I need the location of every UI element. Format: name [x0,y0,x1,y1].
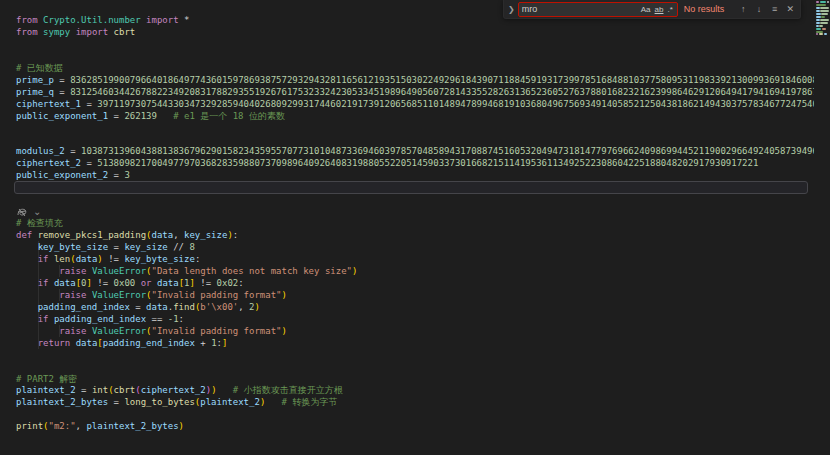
minimap-segment [820,22,828,24]
code-token: import [76,27,109,37]
code-token [265,397,281,407]
code-line[interactable]: public_exponent_1 = 262139 # e1 是一个 18 位… [16,110,285,122]
code-line[interactable]: if data[0] != 0x00 or data[1] != 0x02: [16,277,244,289]
whole-word-icon[interactable]: ab [653,4,666,15]
code-token [157,111,173,121]
code-token: : [233,230,238,240]
code-token [217,385,233,395]
code-line[interactable]: modulus_2 = 1038731396043881383679629015… [16,145,814,157]
code-token: key_size [184,230,227,240]
code-token [16,338,38,348]
code-token: data [146,302,168,312]
code-line[interactable]: plaintext_2_bytes = long_to_bytes(plaint… [16,396,337,408]
code-token: ciphertext_2 [141,385,206,395]
minimap-segment [821,13,828,15]
code-token: 262139 [124,111,157,121]
code-token: // [173,242,184,252]
code-line[interactable]: if len(data) != key_byte_size: [16,253,200,265]
code-line[interactable]: # PART2 解密 [16,373,77,385]
code-line[interactable]: raise ValueError("Data length does not m… [16,265,357,277]
code-token: # 小指数攻击直接开立方根 [233,385,343,395]
code-token: data [76,338,98,348]
code-editor[interactable]: from Crypto.Util.number import *from sym… [0,0,830,455]
code-token: key_byte_size [38,242,108,252]
code-token: data [157,278,179,288]
code-token: ValueError [92,326,146,336]
code-token: "m2:" [49,421,76,431]
code-token: 3 [124,170,129,180]
match-case-icon[interactable]: Aa [639,4,653,15]
code-line[interactable]: prime_p = 836285199007966401864977436015… [16,74,814,86]
code-line[interactable]: # 检查填充 [16,217,63,229]
code-line[interactable]: padding_end_index = data.find(b'\x00', 2… [16,301,260,313]
minimap-segment [822,28,826,30]
code-token: # PART2 解密 [16,374,77,384]
code-line[interactable]: ciphertext_1 = 3971197307544330347329285… [16,98,814,110]
code-token: key_byte_size [124,254,194,264]
code-token: from [16,15,38,25]
code-token: remove_pkcs1_padding [38,230,146,240]
code-token: ciphertext_2 [16,158,81,168]
code-line[interactable]: from sympy import cbrt [16,26,135,38]
code-token: long_to_bytes [124,397,194,407]
minimap[interactable] [815,0,830,455]
code-token: data [54,278,76,288]
code-token: 0x00 [114,278,136,288]
code-token: != [108,254,119,264]
code-line[interactable]: ciphertext_2 = 5138098217004977970368283… [16,157,758,169]
empty-cell-box [14,181,808,194]
indent-guide [59,265,60,277]
code-line[interactable]: if padding_end_index == -1: [16,313,184,325]
code-token: == [152,314,163,324]
find-close-icon[interactable]: ✕ [783,4,797,14]
code-token: 1038731396043881383679629015823435955707… [81,146,814,156]
code-line[interactable]: key_byte_size = key_size // 8 [16,241,195,253]
code-token: ) [179,421,184,431]
find-in-selection-icon[interactable]: ≡ [768,4,782,14]
chevron-down-icon[interactable]: ⌄ [33,207,41,217]
code-line[interactable]: # 已知数据 [16,62,63,74]
code-line[interactable]: plaintext_2 = int(cbrt(ciphertext_2)) # … [16,384,343,396]
code-token: key_size [124,242,167,252]
code-token: ) [352,266,357,276]
code-token: 8 [189,242,194,252]
minimap-segment [819,33,823,35]
find-input[interactable] [522,4,639,14]
code-token: int [92,385,108,395]
find-previous-icon[interactable]: ↑ [736,4,750,14]
code-line[interactable]: public_exponent_2 = 3 [16,169,130,181]
code-token: padding_end_index [54,314,146,324]
code-token: public_exponent_1 [16,111,108,121]
code-token: padding_end_index [103,338,195,348]
code-token: 8312546034426788223492083178829355192676… [70,87,814,97]
code-token: 5138098217004977970368283598807370989640… [97,158,758,168]
code-token: plaintext_2 [200,397,260,407]
find-next-icon[interactable]: ↓ [752,4,766,14]
code-area[interactable]: from Crypto.Util.number import *from sym… [0,0,814,455]
indent-guide [38,241,39,349]
minimap-segment [821,16,825,18]
code-token: : [179,314,184,324]
toggle-replace-chevron-icon[interactable]: ❯ [507,5,516,14]
code-token: plaintext_2_bytes [16,397,108,407]
code-line[interactable]: from Crypto.Util.number import * [16,14,189,26]
code-token: len [54,254,70,264]
code-token: find [173,302,195,312]
code-token: modulus_2 [16,146,65,156]
minimap-segment [820,7,829,9]
code-line[interactable]: raise ValueError("Invalid padding format… [16,289,287,301]
code-line[interactable]: return data[padding_end_index + 1:] [16,337,227,349]
code-token [16,302,38,312]
minimap-segment [820,1,826,3]
code-token: # 转换为字节 [282,397,338,407]
code-line[interactable]: raise ValueError("Invalid padding format… [16,325,287,337]
code-line[interactable]: print("m2:", plaintext_2_bytes) [16,420,184,432]
code-line[interactable]: def remove_pkcs1_padding(data, key_size)… [16,229,238,241]
code-token: # e1 是一个 18 位的素数 [173,111,285,121]
scribble-glyph-icon[interactable] [16,206,28,218]
code-token: def [16,230,32,240]
code-token: # 检查填充 [16,218,63,228]
regex-icon[interactable]: .* [665,4,674,15]
code-token: "Invalid padding format" [151,290,281,300]
code-line[interactable]: prime_q = 831254603442678822349208317882… [16,86,814,98]
